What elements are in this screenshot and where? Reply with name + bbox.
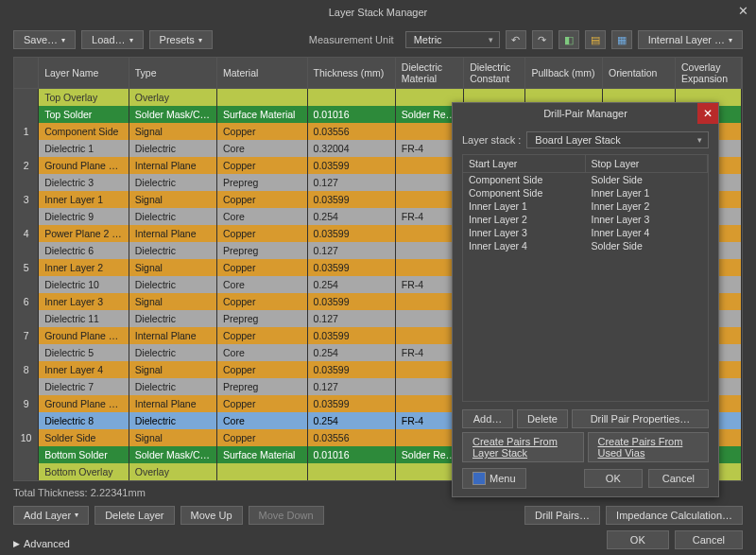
cell-num[interactable]: 6	[14, 293, 39, 310]
cell-mat[interactable]: Copper	[217, 123, 308, 140]
drill-pair-properties-button[interactable]: Drill Pair Properties…	[572, 409, 709, 428]
cell-type[interactable]: Dielectric	[129, 412, 216, 429]
cell-num[interactable]	[14, 310, 39, 327]
column-header[interactable]: Orientation	[603, 58, 676, 89]
cell-thk[interactable]: 0.03599	[307, 293, 395, 310]
tool-icon-1[interactable]: ◧	[558, 30, 579, 49]
cell-mat[interactable]	[217, 89, 308, 106]
cell-type[interactable]: Signal	[129, 191, 216, 208]
cell-mat[interactable]: Core	[217, 412, 308, 429]
cell-name[interactable]: Dielectric 1	[39, 140, 129, 157]
cell-mat[interactable]: Core	[217, 344, 308, 361]
cell-num[interactable]	[14, 446, 39, 463]
cell-type[interactable]: Signal	[129, 429, 216, 446]
cell-thk[interactable]: 0.254	[307, 344, 395, 361]
column-header[interactable]: Type	[129, 58, 216, 89]
cell-num[interactable]	[14, 242, 39, 259]
cell-name[interactable]: Ground Plane 2 …	[39, 395, 129, 412]
impedance-calc-button[interactable]: Impedance Calculation…	[606, 506, 743, 525]
layer-stack-select[interactable]: Board Layer Stack	[526, 131, 709, 148]
cell-type[interactable]: Signal	[129, 123, 216, 140]
cell-thk[interactable]: 0.01016	[307, 106, 395, 123]
column-header[interactable]: Layer Name	[39, 58, 129, 89]
cell-num[interactable]: 4	[14, 225, 39, 242]
cell-num[interactable]: 9	[14, 395, 39, 412]
cell-thk[interactable]: 0.01016	[307, 446, 395, 463]
cell-name[interactable]: Inner Layer 4	[39, 361, 129, 378]
cell-mat[interactable]: Core	[217, 140, 308, 157]
cell-mat[interactable]: Core	[217, 208, 308, 225]
cell-mat[interactable]: Prepreg	[217, 174, 308, 191]
measurement-unit-select[interactable]: Metric	[405, 31, 500, 48]
cell-name[interactable]: Dielectric 3	[39, 174, 129, 191]
cell-thk[interactable]: 0.127	[307, 378, 395, 395]
cell-type[interactable]: Dielectric	[129, 140, 216, 157]
cell-type[interactable]: Dielectric	[129, 378, 216, 395]
cell-num[interactable]	[14, 378, 39, 395]
cell-thk[interactable]	[307, 89, 395, 106]
cell-type[interactable]: Signal	[129, 361, 216, 378]
panel-menu-button[interactable]: Menu	[462, 468, 526, 489]
cell-thk[interactable]: 0.127	[307, 310, 395, 327]
cell-name[interactable]: Dielectric 7	[39, 378, 129, 395]
cell-name[interactable]: Solder Side	[39, 429, 129, 446]
cell-name[interactable]: Component Side	[39, 123, 129, 140]
cell-type[interactable]: Internal Plane	[129, 327, 216, 344]
cell-name[interactable]: Dielectric 9	[39, 208, 129, 225]
advanced-toggle[interactable]: ▶ Advanced	[13, 538, 70, 549]
drill-pair-row[interactable]: Inner Layer 3Inner Layer 4	[463, 226, 708, 239]
column-header[interactable]: Dielectric Constant	[464, 58, 525, 89]
cell-thk[interactable]: 0.32004	[307, 140, 395, 157]
cell-thk[interactable]: 0.03599	[307, 191, 395, 208]
cell-num[interactable]	[14, 344, 39, 361]
cell-num[interactable]	[14, 174, 39, 191]
cell-type[interactable]: Signal	[129, 293, 216, 310]
close-icon[interactable]: ✕	[735, 4, 750, 19]
cell-thk[interactable]: 0.03599	[307, 225, 395, 242]
create-pairs-from-stack-button[interactable]: Create Pairs From Layer Stack	[462, 432, 584, 462]
redo-icon[interactable]: ↷	[532, 30, 553, 49]
cell-num[interactable]: 3	[14, 191, 39, 208]
cell-name[interactable]: Inner Layer 1	[39, 191, 129, 208]
move-down-button[interactable]: Move Down	[249, 506, 324, 525]
drill-pair-list[interactable]: Start Layer Stop Layer Component SideSol…	[462, 154, 709, 402]
cell-type[interactable]: Dielectric	[129, 174, 216, 191]
column-header[interactable]: Coverlay Expansion	[675, 58, 741, 89]
cell-thk[interactable]: 0.127	[307, 242, 395, 259]
cell-name[interactable]: Top Overlay	[39, 89, 129, 106]
cell-num[interactable]	[14, 463, 39, 480]
cell-thk[interactable]: 0.03599	[307, 395, 395, 412]
cell-mat[interactable]: Copper	[217, 361, 308, 378]
cell-num[interactable]	[14, 208, 39, 225]
load-button[interactable]: Load…▾	[81, 30, 143, 49]
ok-button[interactable]: OK	[607, 530, 669, 549]
cell-thk[interactable]: 0.127	[307, 174, 395, 191]
delete-layer-button[interactable]: Delete Layer	[94, 506, 174, 525]
cell-mat[interactable]: Surface Material	[217, 446, 308, 463]
drill-pair-row[interactable]: Component SideSolder Side	[463, 173, 708, 186]
cell-name[interactable]: Ground Plane 2 …	[39, 327, 129, 344]
drill-pairs-button[interactable]: Drill Pairs…	[524, 506, 600, 525]
cell-num[interactable]	[14, 89, 39, 106]
cell-thk[interactable]: 0.03556	[307, 123, 395, 140]
cell-type[interactable]: Internal Plane	[129, 225, 216, 242]
cell-name[interactable]: Inner Layer 2	[39, 259, 129, 276]
cell-num[interactable]: 5	[14, 259, 39, 276]
drill-pair-row[interactable]: Inner Layer 4Solder Side	[463, 239, 708, 252]
cell-num[interactable]: 2	[14, 157, 39, 174]
tool-icon-3[interactable]: ▦	[611, 30, 632, 49]
cell-type[interactable]: Dielectric	[129, 242, 216, 259]
undo-icon[interactable]: ↶	[506, 30, 526, 49]
cell-name[interactable]: Dielectric 10	[39, 276, 129, 293]
cell-type[interactable]: Solder Mask/Co…	[129, 106, 216, 123]
column-header[interactable]	[14, 58, 39, 89]
drill-pair-row[interactable]: Inner Layer 1Inner Layer 2	[463, 199, 708, 213]
column-header[interactable]: Pullback (mm)	[525, 58, 603, 89]
cell-num[interactable]	[14, 106, 39, 123]
cell-thk[interactable]: 0.03556	[307, 429, 395, 446]
cell-type[interactable]: Overlay	[129, 463, 216, 480]
cell-mat[interactable]: Copper	[217, 225, 308, 242]
cell-mat[interactable]: Copper	[217, 191, 308, 208]
cell-thk[interactable]: 0.254	[307, 412, 395, 429]
cell-mat[interactable]: Copper	[217, 327, 308, 344]
